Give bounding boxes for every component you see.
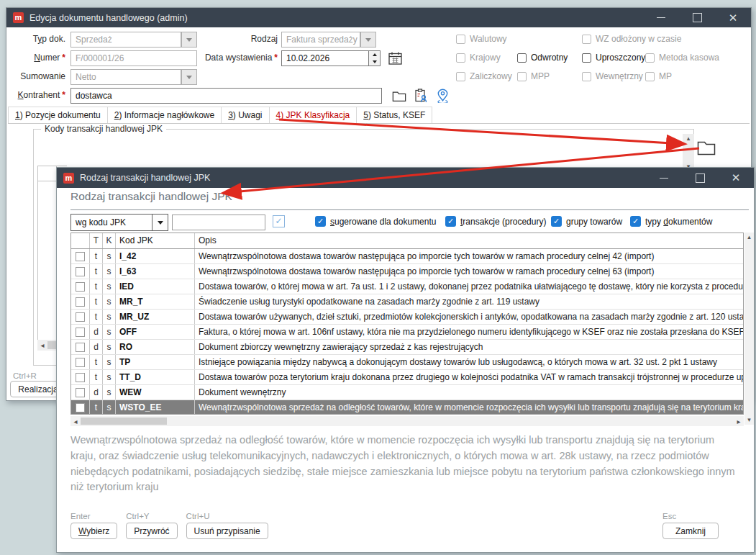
kontrahent-field[interactable]: dostawca [70,88,382,104]
scroll-right-icon[interactable]: ▸ [734,418,744,425]
table-hscrollbar[interactable]: ◂ ▸ [70,416,744,426]
checkbox[interactable] [582,53,591,63]
row-select-cell[interactable] [71,400,90,415]
row-checkbox[interactable] [76,358,85,367]
filter-typy-checkbox[interactable]: ✓typy dokumentów [630,216,712,227]
opis-cell: Faktura, o której mowa w art. 106nf usta… [195,325,743,339]
rodzaj-dropdown-button[interactable] [360,32,376,48]
tab-jpk-klasyfikacja[interactable]: 4) JPK Klasyfikacja [269,107,357,123]
usuń-przypisanie-button[interactable]: Usuń przypisanie [186,523,268,539]
column-header[interactable] [71,233,90,248]
table-row-mr_uz[interactable]: tsMR_UZDostawa towarów używanych, dzieł … [71,310,743,325]
row-select-cell[interactable] [71,370,90,384]
table-row-ied[interactable]: tsIEDDostawa towarów, o której mowa w ar… [71,279,743,294]
row-checkbox[interactable] [76,403,85,412]
column-header[interactable]: Kod JPK [116,233,195,248]
table-row-mr_t[interactable]: tsMR_TŚwiadczenie usług turystyki opodat… [71,294,743,310]
table-row-tt_d[interactable]: tsTT_DDostawa towarów poza terytorium kr… [71,370,743,385]
sumowanie-dropdown-button[interactable] [181,69,197,85]
zamknij-button[interactable]: Zamknij [662,523,719,539]
kontrahent-folder-icon[interactable] [391,88,408,104]
filter-mode-value: wg kodu JPK [71,217,152,227]
table-row-ro[interactable]: dsRODokument zbiorczy wewnętrzny zawiera… [71,340,743,355]
row-checkbox[interactable] [76,328,85,337]
search-filter-checkbox[interactable]: ✓ [273,215,285,227]
data-wystawienia-field[interactable]: 10.02.2026 [281,50,369,66]
tab-pozycje-dokumentu[interactable]: 1) Pozycje dokumentu [8,107,108,123]
table-row-wew[interactable]: dsWEWDokument wewnętrzny [71,385,743,400]
calendar-icon[interactable] [386,50,404,66]
column-header[interactable]: T [90,233,103,248]
opis-cell: Istniejące powiązania między nabywcą a d… [195,355,743,369]
filter-transakcje-checkbox[interactable]: ✓transakcje (procedury) [445,216,546,227]
scroll-up-icon[interactable]: ▴ [747,234,751,240]
row-select-cell[interactable] [71,385,90,400]
sumowanie-combo[interactable]: Netto [70,69,181,85]
row-select-cell[interactable] [71,249,90,263]
typ-dok-combo[interactable]: Sprzedaż [70,32,181,48]
tab-informacje-nagłówkowe[interactable]: 2) Informacje nagłówkowe [107,107,222,123]
row-checkbox[interactable] [76,252,85,261]
filter-mode-dropdown-button[interactable] [152,215,168,230]
search-input[interactable] [172,215,265,230]
row-checkbox[interactable] [76,267,85,276]
scroll-up-icon[interactable]: ▴ [687,135,691,142]
minimize-icon[interactable] [643,8,679,27]
table-row-i_63[interactable]: tsI_63Wewnątrzwspólnotowa dostawa towaró… [71,264,743,279]
kontrahent-verify-icon[interactable] [412,88,429,104]
dialog-minimize-icon[interactable] [646,168,682,188]
kontrahent-location-pin-icon[interactable] [434,88,451,104]
flag-checkbox-odwrotny[interactable]: Odwrotny [517,53,568,63]
checkbox-check-icon: ✓ [630,216,641,227]
row-select-cell[interactable] [71,325,90,339]
row-checkbox[interactable] [76,297,85,307]
row-checkbox[interactable] [76,373,85,382]
row-select-cell[interactable] [71,264,90,279]
dialog-maximize-icon[interactable] [682,168,718,188]
flag-checkbox-uproszczony[interactable]: Uproszczony [582,53,645,63]
scrollbar-thumb[interactable] [81,418,167,425]
row-checkbox[interactable] [76,343,85,352]
row-select-cell[interactable] [71,355,90,369]
row-checkbox[interactable] [76,282,85,292]
jpk-codes-vscrollbar[interactable]: ▴ ▾ [683,134,694,171]
filter-grupy-checkbox[interactable]: ✓grupy towarów [551,216,622,227]
table-row-wsto_ee[interactable]: tsWSTO_EEWewnątrzwspólnotowa sprzedaż na… [71,400,743,415]
tab-status-ksef[interactable]: 5) Status, KSEF [356,107,432,123]
numer-field[interactable]: F/000001/26 [70,50,197,66]
spinner-up-icon[interactable] [369,51,380,58]
checkbox[interactable] [517,53,527,63]
type-cell: d [90,385,103,400]
rodzaj-combo[interactable]: Faktura sprzedaży [281,32,360,48]
row-checkbox[interactable] [76,388,85,397]
scroll-left-icon[interactable]: ◂ [70,418,81,425]
row-select-cell[interactable] [71,340,90,354]
table-row-off[interactable]: dsOFFFaktura, o której mowa w art. 106nf… [71,325,743,340]
filter-sugerowane-checkbox[interactable]: ✓sugerowane dla dokumentu [315,216,436,227]
close-icon[interactable]: ✕ [715,8,751,27]
dialog-close-icon[interactable]: ✕ [718,168,754,188]
row-select-cell[interactable] [71,310,90,324]
table-row-i_42[interactable]: tsI_42Wewnątrzwspólnotowa dostawa towaró… [71,249,743,264]
code-cell: I_42 [116,249,195,263]
row-select-cell[interactable] [71,294,90,309]
column-header[interactable]: Opis [195,233,743,248]
rodzaj-label: Rodzaj [201,34,278,44]
scroll-left-icon[interactable]: ◂ [37,340,47,351]
table-vscrollbar[interactable]: ▴ ▾ [744,233,754,425]
date-spinner[interactable] [369,50,381,66]
table-row-tp[interactable]: tsTPIstniejące powiązania między nabywcą… [71,355,743,370]
wybierz-button[interactable]: Wybierz [70,523,117,539]
row-checkbox[interactable] [76,312,85,322]
spinner-down-icon[interactable] [369,58,380,66]
k-cell: s [103,340,116,354]
filter-mode-combo[interactable]: wg kodu JPK [70,214,168,231]
row-select-cell[interactable] [71,279,90,294]
maximize-icon[interactable] [679,8,715,27]
column-header[interactable]: K [103,233,116,248]
przywróć-button[interactable]: Przywróć [126,523,177,539]
jpk-codes-folder-button[interactable] [696,139,717,156]
scroll-down-icon[interactable]: ▾ [747,417,751,423]
typ-dok-dropdown-button[interactable] [181,32,197,48]
tab-uwagi[interactable]: 3) Uwagi [221,107,269,123]
